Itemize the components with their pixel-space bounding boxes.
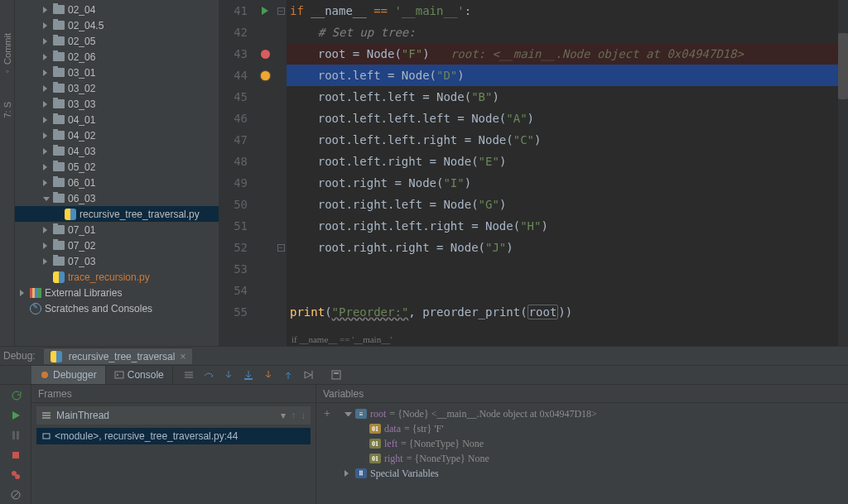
tree-item[interactable]: 02_04.5 bbox=[15, 17, 219, 33]
tree-item[interactable]: 03_03 bbox=[15, 96, 219, 112]
field-icon: 01 bbox=[369, 424, 381, 434]
tree-item[interactable]: 07_03 bbox=[15, 253, 219, 269]
frame-icon bbox=[41, 431, 51, 441]
editor-scrollbar[interactable] bbox=[838, 0, 848, 346]
resume-icon[interactable] bbox=[10, 410, 22, 421]
svg-rect-8 bbox=[12, 452, 19, 458]
frame-prev-icon[interactable]: ↑ bbox=[291, 413, 296, 419]
step-into-my-code-icon[interactable] bbox=[243, 369, 254, 381]
frame-next-icon[interactable]: ↓ bbox=[301, 413, 306, 419]
field-icon: 01 bbox=[369, 439, 381, 449]
run-to-cursor-icon[interactable] bbox=[302, 369, 314, 381]
python-icon bbox=[51, 351, 62, 362]
tree-item[interactable]: 06_03 bbox=[15, 190, 219, 206]
svg-rect-15 bbox=[42, 417, 51, 419]
field-icon: 01 bbox=[369, 454, 381, 463]
stop-icon[interactable] bbox=[10, 449, 22, 461]
add-watch-icon[interactable]: + bbox=[321, 407, 333, 420]
tree-item[interactable]: 05_02 bbox=[15, 159, 219, 175]
tree-file-selected[interactable]: recursive_tree_traversal.py bbox=[15, 206, 219, 222]
tree-item[interactable]: 04_01 bbox=[15, 112, 219, 127]
tree-item[interactable]: 02_04 bbox=[15, 2, 219, 17]
frames-pane: Frames MainThread ▾ ↑ ↓ <module>, recurs… bbox=[31, 385, 316, 504]
bug-icon bbox=[40, 370, 50, 380]
tree-item[interactable]: 07_02 bbox=[15, 238, 219, 253]
pause-icon[interactable] bbox=[10, 430, 22, 441]
fold-icon[interactable]: − bbox=[277, 7, 285, 15]
code-editor[interactable]: 414243444546474849505152535455 −− if __n… bbox=[219, 0, 848, 346]
mute-breakpoints-icon[interactable] bbox=[10, 489, 22, 501]
variables-header: Variables bbox=[316, 385, 848, 403]
debug-tool-window: Debug: recursive_tree_traversal × Debugg… bbox=[0, 346, 848, 504]
breadcrumb[interactable]: if __name__ == '__main__' bbox=[287, 333, 397, 346]
tool-window-stripe[interactable]: ◦ Commit 7: S bbox=[0, 0, 15, 346]
breakpoint-icon[interactable] bbox=[261, 50, 270, 59]
force-step-into-icon[interactable] bbox=[263, 369, 274, 381]
svg-rect-14 bbox=[42, 415, 51, 416]
z-tab[interactable]: 7: S bbox=[2, 102, 12, 118]
tree-item[interactable]: 04_02 bbox=[15, 127, 219, 143]
debug-run-config-tab[interactable]: recursive_tree_traversal × bbox=[44, 348, 193, 364]
svg-line-12 bbox=[12, 492, 19, 498]
rerun-icon[interactable] bbox=[10, 390, 22, 401]
console-tab[interactable]: Console bbox=[106, 366, 173, 384]
step-over-icon[interactable] bbox=[203, 369, 214, 381]
svg-rect-4 bbox=[332, 371, 340, 379]
debug-label: Debug: bbox=[3, 350, 36, 362]
stack-frame[interactable]: <module>, recursive_tree_traversal.py:44 bbox=[36, 428, 311, 444]
threads-icon[interactable] bbox=[183, 369, 195, 381]
tree-item[interactable]: 03_02 bbox=[15, 80, 219, 96]
svg-rect-7 bbox=[17, 431, 19, 439]
view-breakpoints-icon[interactable] bbox=[10, 469, 22, 481]
frames-header: Frames bbox=[31, 385, 316, 403]
variables-pane: Variables + ≡ root = {Node} <__main__.No… bbox=[316, 385, 848, 504]
tree-item[interactable]: trace_recursion.py bbox=[15, 269, 219, 285]
object-icon: ≡ bbox=[355, 409, 367, 419]
intention-bulb-icon[interactable] bbox=[261, 71, 270, 80]
commit-tab[interactable]: ◦ Commit bbox=[2, 33, 12, 77]
stack-icon bbox=[41, 410, 51, 420]
tree-item[interactable]: Scratches and Consoles bbox=[15, 300, 219, 316]
special-vars-icon: ⠿ bbox=[355, 468, 367, 478]
step-out-icon[interactable] bbox=[282, 369, 294, 381]
project-tree[interactable]: 02_0402_04.502_0502_0603_0103_0203_0304_… bbox=[15, 0, 219, 346]
svg-rect-2 bbox=[244, 378, 253, 380]
tree-item[interactable]: 06_01 bbox=[15, 175, 219, 190]
close-icon[interactable]: × bbox=[180, 351, 186, 362]
svg-point-0 bbox=[41, 372, 48, 378]
run-gutter-icon[interactable] bbox=[262, 7, 268, 15]
chevron-down-icon[interactable]: ▾ bbox=[281, 410, 286, 421]
thread-selector[interactable]: MainThread ▾ ↑ ↓ bbox=[36, 406, 311, 425]
debugger-tab[interactable]: Debugger bbox=[31, 366, 106, 384]
svg-rect-6 bbox=[12, 431, 15, 439]
tree-item[interactable]: 02_06 bbox=[15, 49, 219, 65]
svg-rect-5 bbox=[334, 372, 339, 374]
run-breakpoint-gutter[interactable] bbox=[255, 0, 275, 346]
debug-side-toolbar bbox=[0, 385, 31, 504]
tree-item[interactable]: 03_01 bbox=[15, 65, 219, 80]
console-icon bbox=[114, 370, 124, 380]
svg-rect-13 bbox=[42, 412, 51, 414]
svg-point-10 bbox=[15, 474, 20, 479]
tree-item[interactable]: 02_05 bbox=[15, 33, 219, 49]
line-number-gutter: 414243444546474849505152535455 bbox=[219, 0, 255, 346]
tree-item[interactable]: 07_01 bbox=[15, 222, 219, 238]
tree-item[interactable]: External Libraries bbox=[15, 285, 219, 300]
tree-item[interactable]: 04_03 bbox=[15, 143, 219, 159]
expand-icon[interactable] bbox=[344, 470, 352, 477]
step-into-icon[interactable] bbox=[223, 369, 234, 381]
code-area[interactable]: if __name__ == '__main__': # Set up tree… bbox=[287, 0, 848, 346]
svg-rect-16 bbox=[43, 434, 50, 439]
fold-icon[interactable]: − bbox=[277, 244, 285, 252]
expand-icon[interactable] bbox=[344, 412, 352, 416]
fold-gutter[interactable]: −− bbox=[275, 0, 287, 346]
evaluate-icon[interactable] bbox=[330, 369, 342, 381]
